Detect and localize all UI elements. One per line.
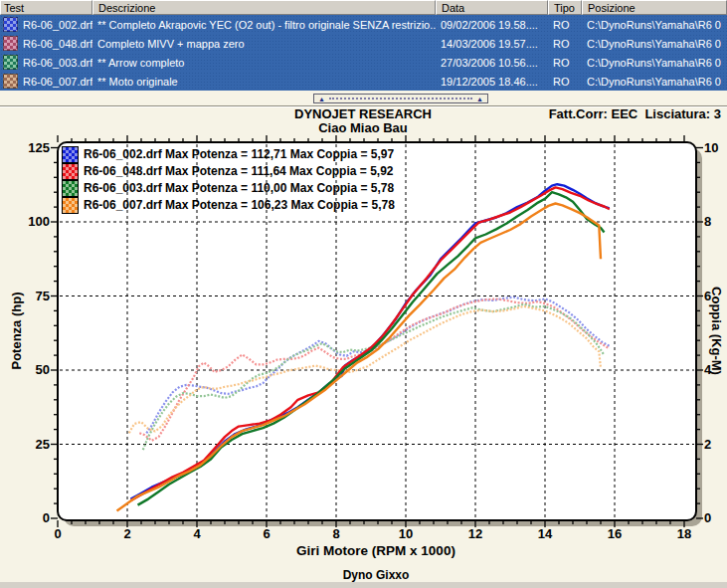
legend-label: R6-06_002.drf Max Potenza = 112,71 Max C…: [84, 147, 394, 161]
tick-label: 10: [399, 526, 413, 541]
dyno-app-window: Test Descrizione Data Tipo Posizione R6-…: [0, 0, 727, 588]
tick-label: 25: [36, 437, 50, 452]
legend-label: R6-06_007.drf Max Potenza = 106,23 Max C…: [84, 198, 395, 212]
legend-label: R6-06_003.drf Max Potenza = 110,00 Max C…: [84, 181, 394, 195]
legend-item: R6-06_003.drf Max Potenza = 110,00 Max C…: [62, 179, 395, 196]
tick-label: 0: [43, 510, 50, 525]
bottom-window-strip: [0, 582, 727, 588]
tick-label: 0: [54, 526, 61, 541]
legend-item: R6-06_002.drf Max Potenza = 112,71 Max C…: [62, 145, 395, 162]
tick-label: 12: [468, 526, 482, 541]
tick-label: 2: [123, 526, 130, 541]
dyno-plot: 02468101214161802550751001250246810: [0, 0, 727, 588]
tick-label: 8: [332, 526, 339, 541]
tick-label: 2: [704, 437, 711, 452]
legend-item: R6-06_048.drf Max Potenza = 111,64 Max C…: [62, 162, 395, 179]
tick-label: 6: [263, 526, 270, 541]
tick-label: 75: [36, 289, 50, 303]
tick-label: 100: [28, 214, 50, 229]
tick-label: 0: [704, 510, 711, 525]
tick-label: 14: [538, 526, 553, 541]
x-axis-label: Giri Motore (RPM x 1000): [99, 543, 652, 558]
legend-item: R6-06_007.drf Max Potenza = 106,23 Max C…: [62, 196, 395, 213]
tick-label: 125: [28, 140, 50, 155]
tick-label: 50: [36, 362, 50, 377]
tick-label: 18: [677, 526, 691, 541]
chart-footer: Dyno Gixxo: [99, 568, 652, 582]
y-axis-label-left: Potenza (hp): [9, 232, 24, 431]
tick-label: 8: [704, 214, 711, 229]
tick-label: 16: [608, 526, 622, 541]
legend-swatch-icon: [62, 197, 79, 214]
tick-label: 4: [193, 526, 201, 541]
y-axis-label-right: Coppia (Kg-M): [709, 232, 724, 431]
legend-swatch-icon: [62, 180, 79, 197]
legend-label: R6-06_048.drf Max Potenza = 111,64 Max C…: [84, 164, 394, 178]
tick-label: 10: [704, 140, 718, 155]
legend-swatch-icon: [62, 163, 79, 180]
plot-legend: R6-06_002.drf Max Potenza = 112,71 Max C…: [62, 145, 395, 213]
legend-swatch-icon: [62, 146, 79, 163]
